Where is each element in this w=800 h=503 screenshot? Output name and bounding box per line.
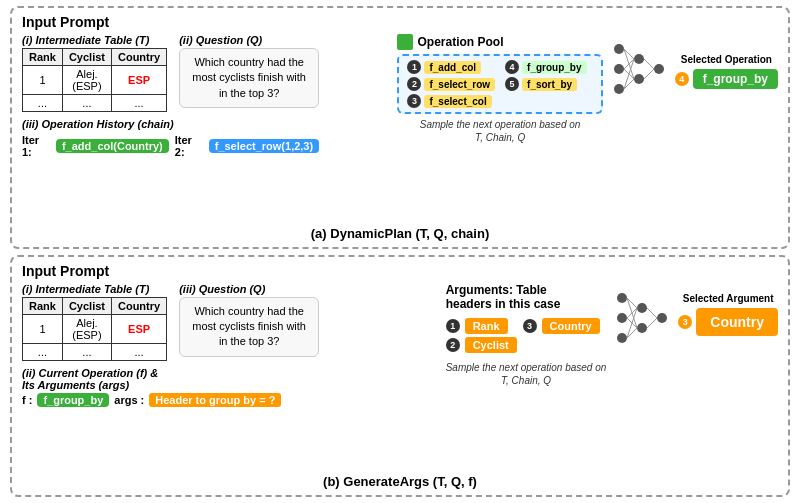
iter2-label-a: Iter 2: [175,134,203,158]
history-area-a: (iii) Operation History (chain) Iter 1: … [22,118,319,158]
arrow-num-b: 3 [678,315,692,329]
svg-point-0 [614,44,624,54]
pool-box: 1 f_add_col 4 f_group_by 2 f_select_row [397,54,602,114]
pool-item-2: 2 f_select_row [407,77,495,91]
svg-point-19 [657,313,667,323]
pool-title: Operation Pool [397,34,602,50]
nn-area-b [612,283,672,353]
selected-op-a: f_group_by [693,69,778,89]
question-box-a: Which country had the most cyclists fini… [179,48,319,108]
current-op-label: (ii) Current Operation (f) & Its Argumen… [22,367,319,391]
pool-item-1: 1 f_add_col [407,60,495,74]
iter1-op-a: f_add_col(Country) [56,139,169,153]
intermediate-table-b: Rank Cyclist Country 1 Alej. (ESP) ESP [22,297,167,361]
svg-point-17 [637,303,647,313]
svg-point-18 [637,323,647,333]
selected-area-a: Selected Operation 4 f_group_by [675,54,778,89]
caption-b: (b) GenerateArgs (T, Q, f) [22,474,778,489]
intermediate-table-a: Rank Cyclist Country 1 Alej. (ESP) ESP [22,48,167,112]
args-row-2: 2 Cyclist [446,337,607,353]
svg-point-5 [654,64,664,74]
section-a-left: (i) Intermediate Table (T) Rank Cyclist … [22,34,319,222]
selected-area-b: Selected Argument 3 Country [678,293,778,336]
neural-net-svg-b [612,283,672,353]
args-area: Arguments: Table headers in this case 1 … [446,283,607,387]
col-header-rank-a: Rank [23,49,63,66]
selected-label-b: Selected Argument [683,293,774,304]
pool-icon [397,34,413,50]
args-grid: 1 Rank 3 Country 2 Cyclist [446,318,607,353]
pool-item-5: 5 f_sort_by [505,77,593,91]
args-title: Arguments: Table headers in this case [446,283,607,311]
svg-line-12 [644,59,654,69]
history-label-a: (iii) Operation History (chain) [22,118,319,130]
table-row: ... ... ... [23,95,167,112]
iter2-op-a: f_select_row(1,2,3) [209,139,319,153]
history-row-a: Iter 1: f_add_col(Country) Iter 2: f_sel… [22,134,319,158]
col-header-cyclist-a: Cyclist [62,49,111,66]
args-value: Header to group by = ? [149,393,281,407]
section-a-question-area: (ii) Question (Q) Which country had the … [179,34,319,108]
selected-op-b: Country [696,308,778,336]
section-b: Input Prompt (i) Intermediate Table (T) … [10,255,790,498]
question-label-a: (ii) Question (Q) [179,34,319,46]
svg-line-26 [647,308,657,318]
current-op-area: (ii) Current Operation (f) & Its Argumen… [22,367,319,407]
section-a-title: Input Prompt [22,14,778,30]
svg-point-15 [617,313,627,323]
table-label-b: (i) Intermediate Table (T) [22,283,167,295]
iter1-label-a: Iter 1: [22,134,50,158]
sample-text-a: Sample the next operation based on T, Ch… [397,118,602,144]
col-header-country-b: Country [111,297,166,314]
section-b-question-area: (iii) Question (Q) Which country had the… [179,283,319,357]
f-op-badge: f_group_by [37,393,109,407]
section-b-title: Input Prompt [22,263,778,279]
selected-label-a: Selected Operation [681,54,772,65]
args-label: args : [114,394,144,406]
section-b-left: (i) Intermediate Table (T) Rank Cyclist … [22,283,319,471]
args-row-1: 1 Rank 3 Country [446,318,607,334]
neural-net-svg-a [609,34,669,104]
op-pool-area: Operation Pool 1 f_add_col 4 f_group_by … [397,34,602,144]
f-label: f : [22,394,32,406]
section-b-table-area: (i) Intermediate Table (T) Rank Cyclist … [22,283,167,363]
col-header-cyclist-b: Cyclist [62,297,111,314]
nn-area-a [609,34,669,104]
section-b-right: Arguments: Table headers in this case 1 … [327,283,778,471]
svg-point-16 [617,333,627,343]
sample-text-b: Sample the next operation based on T, Ch… [446,361,607,387]
section-a-table-area: (i) Intermediate Table (T) Rank Cyclist … [22,34,167,114]
question-label-b: (iii) Question (Q) [179,283,319,295]
svg-point-1 [614,64,624,74]
table-row: 1 Alej. (ESP) ESP [23,66,167,95]
caption-a: (a) DynamicPlan (T, Q, chain) [22,226,778,241]
pool-item-4: 4 f_group_by [505,60,593,74]
svg-line-13 [644,69,654,79]
arrow-num-a: 4 [675,72,689,86]
pool-item-3: 3 f_select_col [407,94,495,108]
current-op-row: f : f_group_by args : Header to group by… [22,393,319,407]
svg-line-27 [647,318,657,328]
table-row: ... ... ... [23,343,167,360]
col-header-rank-b: Rank [23,297,63,314]
svg-point-4 [634,74,644,84]
svg-point-14 [617,293,627,303]
svg-point-2 [614,84,624,94]
section-a: Input Prompt (i) Intermediate Table (T) … [10,6,790,249]
svg-point-3 [634,54,644,64]
table-row: 1 Alej. (ESP) ESP [23,314,167,343]
section-a-right: Operation Pool 1 f_add_col 4 f_group_by … [327,34,778,222]
question-box-b: Which country had the most cyclists fini… [179,297,319,357]
table-label-a: (i) Intermediate Table (T) [22,34,167,46]
col-header-country-a: Country [111,49,166,66]
